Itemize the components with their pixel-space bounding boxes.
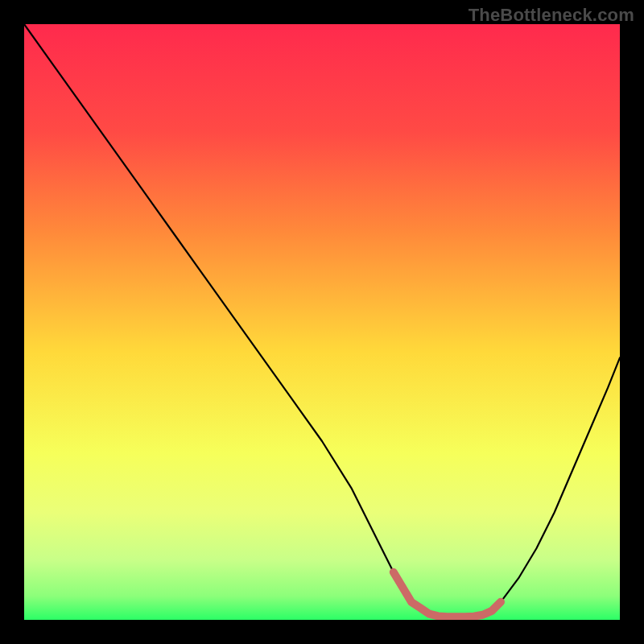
bottleneck-chart bbox=[24, 24, 620, 620]
gradient-background bbox=[24, 24, 620, 620]
watermark-text: TheBottleneck.com bbox=[469, 5, 634, 26]
chart-frame: { "watermark": "TheBottleneck.com", "col… bbox=[0, 0, 644, 644]
